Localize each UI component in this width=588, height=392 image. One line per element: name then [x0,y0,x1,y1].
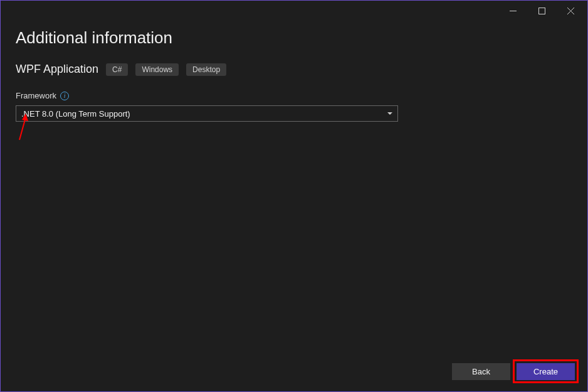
framework-label: Framework [16,91,56,100]
close-button[interactable] [556,1,585,20]
tag-windows: Windows [135,63,179,76]
minimize-button[interactable] [498,1,527,20]
create-button[interactable]: Create [517,363,575,380]
svg-rect-1 [538,8,545,14]
framework-selected: .NET 8.0 (Long Term Support) [21,109,130,119]
project-name: WPF Application [16,63,98,76]
titlebar [1,1,587,21]
framework-dropdown[interactable]: .NET 8.0 (Long Term Support) [16,105,398,122]
maximize-button[interactable] [527,1,556,20]
chevron-down-icon [387,112,392,115]
content-area: Additional information WPF Application C… [1,21,587,122]
tag-csharp: C# [106,63,128,76]
page-title: Additional information [16,28,572,48]
framework-label-row: Framework i [16,91,572,100]
project-row: WPF Application C# Windows Desktop [16,63,572,76]
close-icon [567,8,574,14]
back-button[interactable]: Back [452,363,510,380]
maximize-icon [538,8,545,14]
tag-desktop: Desktop [186,63,226,76]
info-icon[interactable]: i [60,92,69,100]
minimize-icon [510,8,517,14]
footer: Back Create [452,363,575,380]
